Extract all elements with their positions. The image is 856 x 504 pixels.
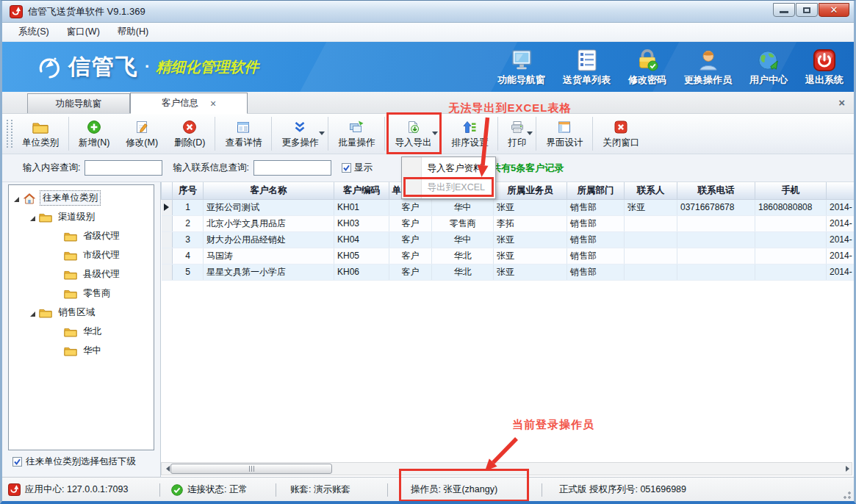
row-selector[interactable] xyxy=(162,199,173,215)
tree-item[interactable]: 华北 xyxy=(9,322,154,341)
table-cell[interactable]: KH04 xyxy=(334,231,389,248)
tree-item[interactable]: 市级代理 xyxy=(9,245,154,264)
table-cell[interactable]: 李拓 xyxy=(494,215,567,231)
table-cell[interactable] xyxy=(677,215,755,231)
expand-icon[interactable] xyxy=(29,214,36,220)
table-cell[interactable]: 3 xyxy=(173,231,204,248)
banner-action-nav-window[interactable]: 功能导航窗 xyxy=(497,48,545,87)
table-cell[interactable]: 销售部 xyxy=(567,264,625,280)
scrollbar-thumb[interactable] xyxy=(170,464,332,474)
table-cell[interactable]: 客户 xyxy=(389,248,432,264)
table-cell[interactable] xyxy=(625,264,677,280)
tree-item[interactable]: 省级代理 xyxy=(9,226,154,245)
contact-query-input[interactable] xyxy=(253,160,331,176)
table-cell[interactable]: 华北 xyxy=(432,248,494,264)
expand-icon[interactable] xyxy=(13,195,20,201)
close-button[interactable]: ✕ xyxy=(819,3,849,17)
row-selector[interactable] xyxy=(162,231,173,248)
table-cell[interactable]: 客户 xyxy=(389,264,432,280)
banner-action-switch-operator[interactable]: 更换操作员 xyxy=(684,48,732,87)
expand-icon[interactable] xyxy=(29,309,36,316)
menu-item-import-customer-data[interactable]: 导入客户资料 xyxy=(402,159,495,178)
column-header[interactable]: 联系人 xyxy=(625,182,677,199)
table-cell[interactable] xyxy=(625,248,677,264)
table-cell[interactable] xyxy=(677,248,755,264)
scroll-right-icon[interactable] xyxy=(840,463,852,475)
table-cell[interactable] xyxy=(625,231,677,248)
toolbar-batch-actions[interactable]: 批量操作 xyxy=(330,114,383,154)
table-cell[interactable]: 2014- xyxy=(827,264,855,280)
banner-action-user-center[interactable]: 用户中心 xyxy=(749,48,788,87)
toolbar-delete[interactable]: 删除(D) xyxy=(166,114,213,154)
banner-action-exit-system[interactable]: 退出系统 xyxy=(805,48,844,87)
table-row[interactable]: 2北京小学文具用品店KH03客户零售商李拓销售部2014- xyxy=(162,215,855,231)
table-cell[interactable]: 华中 xyxy=(432,231,494,248)
tree-item[interactable]: 往来单位类别 xyxy=(9,188,154,207)
table-cell[interactable]: 2 xyxy=(173,215,204,231)
table-row[interactable]: 3财大办公用品经销处KH04客户华中张亚销售部2014- xyxy=(162,231,855,248)
table-cell[interactable]: 2014- xyxy=(827,215,855,231)
tree-item[interactable]: 县级代理 xyxy=(9,264,154,284)
column-header[interactable]: 手机 xyxy=(755,182,827,199)
column-header[interactable] xyxy=(827,182,855,199)
table-cell[interactable] xyxy=(755,231,827,248)
tabstrip-close-icon[interactable]: × xyxy=(838,96,845,109)
column-header[interactable]: 客户名称 xyxy=(204,182,334,199)
row-selector[interactable] xyxy=(162,215,173,231)
toolbar-view-detail[interactable]: 查看详情 xyxy=(217,114,270,154)
column-header[interactable]: 所属部门 xyxy=(567,182,625,199)
tab-customer-info[interactable]: 客户信息× xyxy=(130,93,248,114)
table-cell[interactable]: 客户 xyxy=(389,231,432,248)
table-cell[interactable]: 4 xyxy=(173,248,204,264)
tree-item[interactable]: 渠道级别 xyxy=(9,207,154,226)
resize-grip[interactable] xyxy=(843,491,852,500)
toolbar-add[interactable]: 新增(N) xyxy=(71,114,118,154)
table-row[interactable]: 1亚拓公司测试KH01客户华中张亚销售部张亚037166786781860808… xyxy=(162,199,855,215)
table-cell[interactable]: 财大办公用品经销处 xyxy=(204,231,334,248)
content-query-input[interactable] xyxy=(84,160,162,176)
tree-item[interactable]: 销售区域 xyxy=(9,303,154,322)
table-cell[interactable] xyxy=(625,215,677,231)
table-cell[interactable]: 2014- xyxy=(827,231,855,248)
table-cell[interactable]: 华中 xyxy=(432,199,494,215)
table-cell[interactable] xyxy=(677,264,755,280)
row-selector[interactable] xyxy=(162,248,173,264)
table-cell[interactable] xyxy=(755,248,827,264)
column-header[interactable]: 序号 xyxy=(173,182,204,199)
banner-action-change-password[interactable]: 修改密码 xyxy=(628,48,666,87)
toolbar-sort-settings[interactable]: 排序设置 xyxy=(443,114,496,154)
table-row[interactable]: 4马国涛KH05客户华北张亚销售部2014- xyxy=(162,248,855,264)
column-header[interactable]: 所属业务员 xyxy=(494,182,567,199)
table-cell[interactable]: KH01 xyxy=(334,199,389,215)
maximize-button[interactable] xyxy=(796,3,818,17)
tab-close-icon[interactable]: × xyxy=(210,98,216,109)
table-cell[interactable]: 销售部 xyxy=(567,215,625,231)
table-cell[interactable] xyxy=(755,264,827,280)
table-cell[interactable]: 1 xyxy=(173,199,204,215)
toolbar-close-window[interactable]: 关闭窗口 xyxy=(594,114,647,154)
banner-action-delivery-list[interactable]: 送货单列表 xyxy=(563,48,611,87)
menu-item-system[interactable]: 系统(S) xyxy=(10,23,58,41)
table-cell[interactable] xyxy=(755,215,827,231)
row-selector[interactable] xyxy=(162,264,173,280)
table-cell[interactable]: 张亚 xyxy=(494,264,567,280)
table-cell[interactable]: 张亚 xyxy=(494,231,567,248)
table-cell[interactable]: 18608080808 xyxy=(755,199,827,215)
table-cell[interactable]: 销售部 xyxy=(567,248,625,264)
table-cell[interactable]: 张亚 xyxy=(494,248,567,264)
table-cell[interactable]: KH06 xyxy=(334,264,389,280)
toolbar-unit-category[interactable]: 单位类别 xyxy=(14,114,67,154)
column-header[interactable]: 联系电话 xyxy=(677,182,755,199)
toolbar-print[interactable]: 打印 xyxy=(500,114,534,154)
tree-item[interactable]: 华中 xyxy=(9,341,154,360)
table-cell[interactable]: KH05 xyxy=(334,248,389,264)
table-cell[interactable]: 5 xyxy=(173,264,204,280)
table-cell[interactable] xyxy=(677,231,755,248)
table-cell[interactable]: 客户 xyxy=(389,199,432,215)
table-cell[interactable]: 张亚 xyxy=(625,199,677,215)
minimize-button[interactable] xyxy=(773,3,795,17)
toolbar-more-actions[interactable]: 更多操作 xyxy=(273,114,326,154)
table-cell[interactable]: 销售部 xyxy=(567,199,625,215)
menu-item-window[interactable]: 窗口(W) xyxy=(58,23,109,41)
menu-item-help[interactable]: 帮助(H) xyxy=(109,23,157,41)
